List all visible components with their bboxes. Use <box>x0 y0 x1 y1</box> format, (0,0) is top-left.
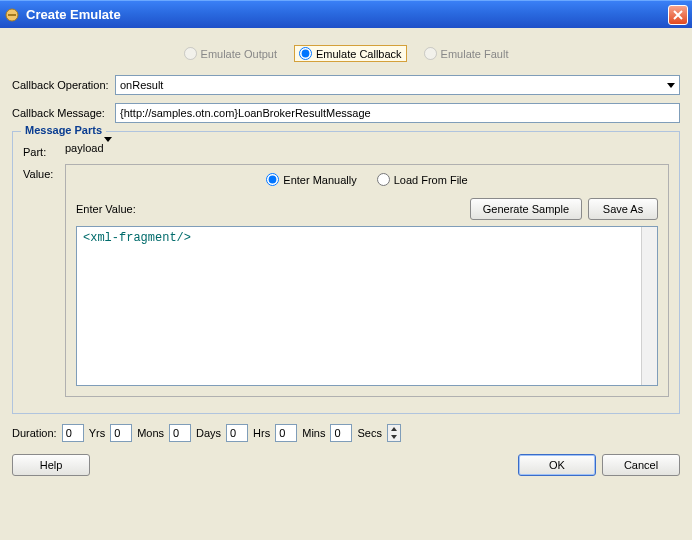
radio-load-from-file-label: Load From File <box>394 174 468 186</box>
window-title: Create Emulate <box>26 7 668 22</box>
generate-sample-button[interactable]: Generate Sample <box>470 198 582 220</box>
part-label: Part: <box>23 142 59 158</box>
radio-enter-manually[interactable]: Enter Manually <box>266 173 356 186</box>
help-button[interactable]: Help <box>12 454 90 476</box>
duration-mins-input[interactable]: 0 <box>275 424 297 442</box>
editor-content: <xml-fragment/> <box>83 231 191 245</box>
duration-hrs-input[interactable]: 0 <box>226 424 248 442</box>
duration-hrs-unit: Hrs <box>253 427 270 439</box>
part-value: payload <box>65 142 104 154</box>
value-box: Enter Manually Load From File Enter Valu… <box>65 164 669 397</box>
radio-emulate-fault-label: Emulate Fault <box>441 48 509 60</box>
app-icon <box>4 7 20 23</box>
callback-operation-label: Callback Operation: <box>12 79 109 91</box>
callback-operation-combo[interactable]: onResult <box>115 75 680 95</box>
value-editor[interactable]: <xml-fragment/> <box>76 226 658 386</box>
radio-emulate-output-input[interactable] <box>184 47 197 60</box>
message-parts-legend: Message Parts <box>21 124 106 136</box>
message-parts-fieldset: Message Parts Part: payload Value: Enter… <box>12 131 680 414</box>
emulate-mode-row: Emulate Output Emulate Callback Emulate … <box>12 46 680 61</box>
duration-spinner[interactable] <box>387 424 401 442</box>
duration-row: Duration: 0 Yrs 0 Mons 0 Days 0 Hrs 0 Mi… <box>12 424 680 442</box>
duration-mons-unit: Mons <box>137 427 164 439</box>
value-label: Value: <box>23 164 59 180</box>
duration-mons-input[interactable]: 0 <box>110 424 132 442</box>
duration-secs-unit: Secs <box>357 427 381 439</box>
radio-emulate-callback-input[interactable] <box>299 47 312 60</box>
duration-secs-input[interactable]: 0 <box>330 424 352 442</box>
duration-yrs-input[interactable]: 0 <box>62 424 84 442</box>
spinner-up-icon[interactable] <box>388 425 400 433</box>
close-icon <box>673 10 683 20</box>
radio-enter-manually-label: Enter Manually <box>283 174 356 186</box>
radio-load-from-file[interactable]: Load From File <box>377 173 468 186</box>
cancel-button[interactable]: Cancel <box>602 454 680 476</box>
duration-yrs-unit: Yrs <box>89 427 106 439</box>
enter-value-label: Enter Value: <box>76 203 464 215</box>
spinner-down-icon[interactable] <box>388 433 400 441</box>
dialog-buttons: Help OK Cancel <box>12 454 680 476</box>
callback-operation-value: onResult <box>120 79 163 91</box>
radio-enter-manually-input[interactable] <box>266 173 279 186</box>
radio-emulate-callback[interactable]: Emulate Callback <box>295 46 406 61</box>
scrollbar[interactable] <box>641 227 657 385</box>
chevron-down-icon <box>667 83 675 88</box>
titlebar: Create Emulate <box>0 0 692 28</box>
duration-mins-unit: Mins <box>302 427 325 439</box>
svg-rect-1 <box>8 14 16 16</box>
callback-message-field[interactable]: {http://samples.otn.com}LoanBrokerResult… <box>115 103 680 123</box>
duration-days-input[interactable]: 0 <box>169 424 191 442</box>
part-combo[interactable]: payload <box>65 142 669 154</box>
ok-button[interactable]: OK <box>518 454 596 476</box>
callback-message-value: {http://samples.otn.com}LoanBrokerResult… <box>120 107 371 119</box>
value-source-row: Enter Manually Load From File <box>76 173 658 186</box>
callback-message-label: Callback Message: <box>12 107 109 119</box>
duration-label: Duration: <box>12 427 57 439</box>
duration-days-unit: Days <box>196 427 221 439</box>
radio-emulate-fault-input[interactable] <box>424 47 437 60</box>
radio-emulate-callback-label: Emulate Callback <box>316 48 402 60</box>
save-as-button[interactable]: Save As <box>588 198 658 220</box>
radio-emulate-fault[interactable]: Emulate Fault <box>424 46 509 61</box>
chevron-down-icon <box>104 137 112 154</box>
close-button[interactable] <box>668 5 688 25</box>
radio-load-from-file-input[interactable] <box>377 173 390 186</box>
radio-emulate-output[interactable]: Emulate Output <box>184 46 277 61</box>
radio-emulate-output-label: Emulate Output <box>201 48 277 60</box>
